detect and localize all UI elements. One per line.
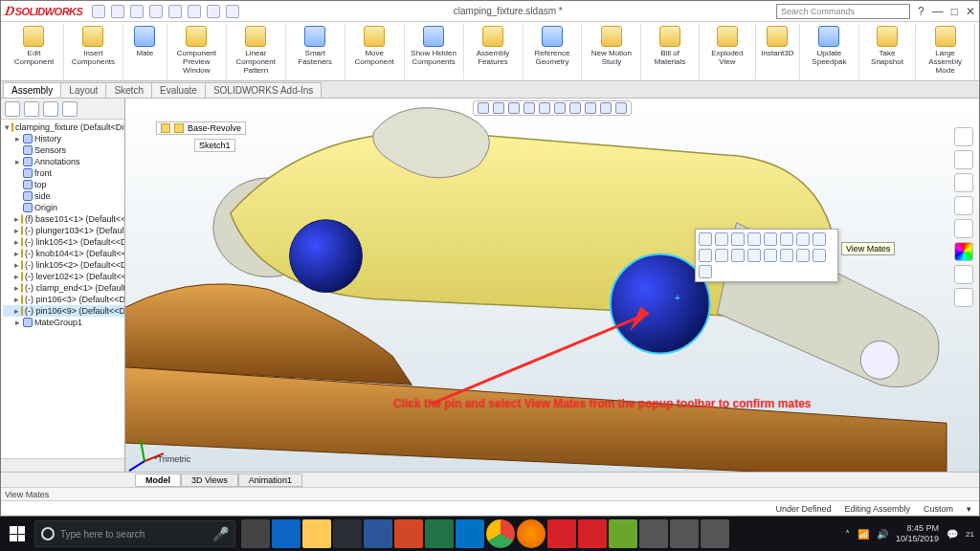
ctx-suppress-icon[interactable] [796, 232, 810, 246]
ribbon-new-motion-study[interactable]: New Motion Study [582, 24, 641, 79]
taskpane-view-palette-icon[interactable] [954, 219, 973, 238]
tree-origin[interactable]: Origin [3, 202, 124, 213]
tree-comp-4[interactable]: ▸(-) link105<2> (Default<<Default> [3, 259, 124, 271]
ctx-move-icon[interactable] [731, 249, 745, 262]
ribbon-mate[interactable]: Mate [123, 24, 167, 79]
ctx-transparency-icon[interactable] [747, 232, 761, 246]
ctx-open-part-icon[interactable] [715, 232, 728, 246]
ribbon-instant3d[interactable]: Instant3D [756, 24, 800, 79]
qat-select-icon[interactable] [188, 5, 201, 18]
ctx-appearance-icon[interactable] [764, 249, 777, 262]
tray-volume-icon[interactable]: 🔊 [877, 529, 888, 540]
close-button[interactable]: ✕ [966, 5, 975, 18]
ribbon-take-snapshot[interactable]: Take Snapshot [859, 24, 916, 79]
btab-animation[interactable]: Animation1 [238, 474, 302, 487]
ribbon-move-component[interactable]: Move Component [345, 24, 405, 79]
chrome-icon[interactable] [486, 519, 515, 548]
qat-rebuild-icon[interactable] [207, 5, 220, 18]
excel-icon[interactable] [425, 519, 454, 548]
ctx-copy-icon[interactable] [699, 249, 712, 262]
ribbon-component-preview[interactable]: Component Preview Window [167, 24, 227, 79]
help-icon[interactable]: ? [918, 5, 924, 18]
tree-comp-2[interactable]: ▸(-) link105<1> (Default<<Default> [3, 236, 124, 248]
ctx-zoom-icon[interactable] [796, 249, 810, 262]
ctx-more-icon[interactable] [699, 265, 712, 278]
taskbar-clock[interactable]: 8:45 PM 10/15/2019 [896, 523, 939, 544]
tree-comp-8-selected[interactable]: ▸(-) pin106<9> (Default<<Default> [3, 305, 124, 317]
app2-taskbar-icon[interactable] [670, 519, 699, 548]
tree-history[interactable]: ▸History [3, 133, 124, 144]
ctx-isolate-icon[interactable] [764, 232, 777, 246]
tree-plane-front[interactable]: front [3, 167, 124, 179]
fm-tab-tree-icon[interactable] [5, 101, 20, 117]
outlook-icon[interactable] [456, 519, 484, 548]
minimize-button[interactable]: — [932, 5, 944, 18]
fm-tab-config-icon[interactable] [43, 101, 58, 117]
btab-3dviews[interactable]: 3D Views [181, 474, 238, 487]
feature-tree[interactable]: ▾clamping_fixture (Default<Display State… [1, 120, 124, 458]
tray-network-icon[interactable]: 📶 [858, 529, 869, 540]
tree-comp-3[interactable]: ▸(-) knob104<1> (Default<<Default> [3, 248, 124, 259]
ribbon-show-hidden[interactable]: Show Hidden Components [405, 24, 464, 79]
ribbon-insert-components[interactable]: Insert Components [64, 24, 123, 79]
tree-plane-top[interactable]: top [3, 179, 124, 190]
taskpane-explorer-icon[interactable] [954, 196, 973, 215]
explorer-icon[interactable] [302, 519, 331, 548]
maximize-button[interactable]: □ [951, 5, 958, 18]
tree-comp-6[interactable]: ▸(-) clamp_end<1> (Default<<Default> [3, 282, 124, 294]
app1-taskbar-icon[interactable] [639, 519, 668, 548]
status-units[interactable]: Custom [924, 504, 953, 514]
qat-options-icon[interactable] [226, 5, 239, 18]
powerpoint-icon[interactable] [394, 519, 423, 548]
graphics-viewport[interactable]: Base-Revolve Sketch1 [125, 99, 979, 472]
ribbon-linear-pattern[interactable]: Linear Component Pattern [227, 24, 286, 79]
tab-assembly[interactable]: Assembly [3, 82, 61, 98]
ctx-delete-icon[interactable] [747, 249, 761, 262]
ctx-hide-icon[interactable] [731, 232, 745, 246]
taskpane-home-icon[interactable] [954, 127, 973, 146]
taskpane-forum-icon[interactable] [954, 288, 973, 307]
notifications-icon[interactable]: 💬 [947, 529, 958, 540]
edge-icon[interactable] [272, 519, 301, 548]
qat-open-icon[interactable] [111, 5, 124, 18]
word-icon[interactable] [364, 519, 392, 548]
tab-addins[interactable]: SOLIDWORKS Add-Ins [205, 82, 322, 98]
ribbon-reference-geometry[interactable]: Reference Geometry [523, 24, 583, 79]
taskpane-properties-icon[interactable] [954, 265, 973, 284]
ctx-edit-part-icon[interactable] [699, 232, 712, 246]
taskpane-resources-icon[interactable] [954, 150, 973, 169]
ribbon-large-assembly[interactable]: Large Assembly Mode [916, 24, 975, 79]
qat-save-icon[interactable] [130, 5, 144, 18]
tree-scrollbar[interactable] [1, 458, 124, 472]
tree-sensors[interactable]: Sensors [3, 144, 124, 156]
solidworks-taskbar-icon[interactable] [547, 519, 576, 548]
ctx-configure-icon[interactable] [780, 232, 793, 246]
ctx-view-mates-icon[interactable] [780, 249, 793, 262]
ctx-mate-icon[interactable] [715, 249, 728, 262]
search-commands-input[interactable]: Search Commands [776, 4, 910, 19]
tray-chevron-icon[interactable]: ˄ [845, 529, 850, 540]
tree-mategroup[interactable]: ▸MateGroup1 [3, 317, 124, 328]
ribbon-exploded-view[interactable]: Exploded View [700, 24, 756, 79]
taskbar-search-input[interactable]: Type here to search 🎤 [34, 520, 235, 547]
camtasia-taskbar-icon[interactable] [609, 519, 637, 548]
tree-annotations[interactable]: ▸Annotations [3, 156, 124, 167]
tree-plane-side[interactable]: side [3, 190, 124, 202]
solidworks2-taskbar-icon[interactable] [578, 519, 607, 548]
ctx-fix-icon[interactable] [813, 232, 826, 246]
fm-tab-property-icon[interactable] [24, 101, 39, 117]
ribbon-bom[interactable]: Bill of Materials [641, 24, 699, 79]
tree-comp-7[interactable]: ▸(-) pin106<3> (Default<<Default> [3, 294, 124, 305]
taskpane-appearances-icon[interactable] [954, 242, 973, 261]
tab-layout[interactable]: Layout [60, 82, 106, 98]
ribbon-smart-fasteners[interactable]: Smart Fasteners [286, 24, 345, 79]
ribbon-edit-component[interactable]: Edit Component [5, 24, 64, 79]
tree-comp-1[interactable]: ▸(-) plunger103<1> (Default<<Default> [3, 225, 124, 236]
fm-tab-display-icon[interactable] [62, 101, 78, 117]
taskpane-library-icon[interactable] [954, 173, 973, 192]
qat-print-icon[interactable] [149, 5, 163, 18]
qat-new-icon[interactable] [92, 5, 105, 18]
tree-root[interactable]: ▾clamping_fixture (Default<Display State… [3, 121, 124, 133]
start-button[interactable] [0, 517, 34, 551]
app3-taskbar-icon[interactable] [701, 519, 729, 548]
